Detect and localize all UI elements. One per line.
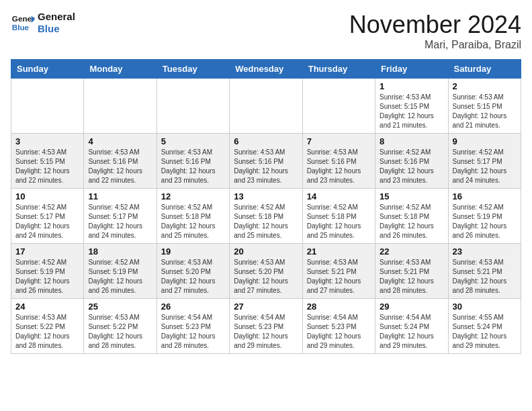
day-number: 19: [161, 246, 225, 257]
calendar-week-row: 10Sunrise: 4:52 AM Sunset: 5:17 PM Dayli…: [11, 189, 521, 244]
day-number: 26: [161, 302, 225, 312]
day-number: 24: [15, 302, 79, 312]
day-number: 17: [15, 246, 79, 257]
day-number: 29: [380, 302, 443, 312]
day-number: 9: [453, 136, 517, 146]
day-number: 20: [234, 246, 298, 257]
calendar-cell: 26Sunrise: 4:54 AM Sunset: 5:23 PM Dayli…: [157, 299, 229, 354]
calendar-cell: 4Sunrise: 4:53 AM Sunset: 5:16 PM Daylig…: [84, 134, 157, 189]
weekday-header-thursday: Thursday: [302, 60, 375, 79]
day-number: 22: [380, 246, 443, 257]
day-info: Sunrise: 4:52 AM Sunset: 5:18 PM Dayligh…: [307, 203, 371, 240]
logo-icon: General Blue: [11, 11, 35, 35]
day-number: 8: [380, 136, 443, 146]
calendar-cell: 8Sunrise: 4:52 AM Sunset: 5:16 PM Daylig…: [375, 134, 448, 189]
calendar-week-row: 1Sunrise: 4:53 AM Sunset: 5:15 PM Daylig…: [11, 79, 521, 134]
weekday-header-monday: Monday: [84, 60, 157, 79]
day-number: 4: [88, 136, 152, 146]
logo: General Blue General Blue: [11, 11, 75, 35]
day-info: Sunrise: 4:54 AM Sunset: 5:23 PM Dayligh…: [234, 313, 298, 351]
day-number: 10: [15, 191, 79, 201]
day-info: Sunrise: 4:52 AM Sunset: 5:17 PM Dayligh…: [88, 203, 152, 240]
day-info: Sunrise: 4:52 AM Sunset: 5:19 PM Dayligh…: [453, 203, 517, 240]
day-number: 14: [307, 191, 371, 201]
day-number: 16: [453, 191, 517, 201]
day-info: Sunrise: 4:53 AM Sunset: 5:16 PM Dayligh…: [88, 148, 152, 185]
calendar-cell: 25Sunrise: 4:53 AM Sunset: 5:22 PM Dayli…: [84, 299, 157, 354]
day-info: Sunrise: 4:53 AM Sunset: 5:21 PM Dayligh…: [453, 258, 517, 295]
calendar-cell: 19Sunrise: 4:53 AM Sunset: 5:20 PM Dayli…: [157, 244, 229, 299]
day-info: Sunrise: 4:53 AM Sunset: 5:16 PM Dayligh…: [161, 148, 225, 185]
calendar-cell: 29Sunrise: 4:54 AM Sunset: 5:24 PM Dayli…: [375, 299, 448, 354]
logo-text-line2: Blue: [38, 23, 75, 35]
calendar-cell: 6Sunrise: 4:53 AM Sunset: 5:16 PM Daylig…: [230, 134, 302, 189]
day-info: Sunrise: 4:52 AM Sunset: 5:18 PM Dayligh…: [380, 203, 443, 240]
day-number: 11: [88, 191, 152, 201]
calendar-cell: 10Sunrise: 4:52 AM Sunset: 5:17 PM Dayli…: [11, 189, 84, 244]
weekday-header-sunday: Sunday: [11, 60, 84, 79]
svg-text:Blue: Blue: [12, 23, 30, 32]
day-info: Sunrise: 4:53 AM Sunset: 5:15 PM Dayligh…: [380, 93, 443, 130]
day-info: Sunrise: 4:53 AM Sunset: 5:20 PM Dayligh…: [161, 258, 225, 295]
calendar-cell: 17Sunrise: 4:52 AM Sunset: 5:19 PM Dayli…: [11, 244, 84, 299]
calendar-cell: 23Sunrise: 4:53 AM Sunset: 5:21 PM Dayli…: [448, 244, 521, 299]
day-number: 21: [307, 246, 371, 257]
day-info: Sunrise: 4:54 AM Sunset: 5:23 PM Dayligh…: [161, 313, 225, 351]
calendar-cell: 28Sunrise: 4:54 AM Sunset: 5:23 PM Dayli…: [302, 299, 375, 354]
day-info: Sunrise: 4:53 AM Sunset: 5:21 PM Dayligh…: [380, 258, 443, 295]
day-number: 18: [88, 246, 152, 257]
calendar-cell: 14Sunrise: 4:52 AM Sunset: 5:18 PM Dayli…: [302, 189, 375, 244]
day-info: Sunrise: 4:53 AM Sunset: 5:20 PM Dayligh…: [234, 258, 298, 295]
day-info: Sunrise: 4:52 AM Sunset: 5:17 PM Dayligh…: [453, 148, 517, 185]
month-title: November 2024: [349, 11, 521, 39]
day-number: 13: [234, 191, 298, 201]
day-number: 5: [161, 136, 225, 146]
calendar-week-row: 17Sunrise: 4:52 AM Sunset: 5:19 PM Dayli…: [11, 244, 521, 299]
calendar-cell: 22Sunrise: 4:53 AM Sunset: 5:21 PM Dayli…: [375, 244, 448, 299]
day-number: 7: [307, 136, 371, 146]
calendar-cell: 1Sunrise: 4:53 AM Sunset: 5:15 PM Daylig…: [375, 79, 448, 134]
day-info: Sunrise: 4:53 AM Sunset: 5:21 PM Dayligh…: [307, 258, 371, 295]
day-info: Sunrise: 4:54 AM Sunset: 5:24 PM Dayligh…: [380, 313, 443, 351]
calendar-cell: 7Sunrise: 4:53 AM Sunset: 5:16 PM Daylig…: [302, 134, 375, 189]
day-number: 1: [380, 81, 443, 91]
day-number: 15: [380, 191, 443, 201]
day-info: Sunrise: 4:53 AM Sunset: 5:22 PM Dayligh…: [15, 313, 79, 351]
day-number: 25: [88, 302, 152, 312]
day-info: Sunrise: 4:55 AM Sunset: 5:24 PM Dayligh…: [453, 313, 517, 351]
day-info: Sunrise: 4:52 AM Sunset: 5:17 PM Dayligh…: [15, 203, 79, 240]
calendar-cell: 12Sunrise: 4:52 AM Sunset: 5:18 PM Dayli…: [157, 189, 229, 244]
calendar-cell: 27Sunrise: 4:54 AM Sunset: 5:23 PM Dayli…: [230, 299, 302, 354]
day-number: 3: [15, 136, 79, 146]
day-info: Sunrise: 4:53 AM Sunset: 5:16 PM Dayligh…: [307, 148, 371, 185]
day-info: Sunrise: 4:52 AM Sunset: 5:18 PM Dayligh…: [234, 203, 298, 240]
page-header: General Blue General Blue November 2024 …: [11, 11, 521, 51]
calendar-week-row: 24Sunrise: 4:53 AM Sunset: 5:22 PM Dayli…: [11, 299, 521, 354]
calendar-cell: [11, 79, 84, 134]
day-number: 28: [307, 302, 371, 312]
calendar-week-row: 3Sunrise: 4:53 AM Sunset: 5:15 PM Daylig…: [11, 134, 521, 189]
day-info: Sunrise: 4:52 AM Sunset: 5:16 PM Dayligh…: [380, 148, 443, 185]
calendar-cell: [84, 79, 157, 134]
weekday-header-wednesday: Wednesday: [230, 60, 302, 79]
calendar-cell: 11Sunrise: 4:52 AM Sunset: 5:17 PM Dayli…: [84, 189, 157, 244]
calendar-cell: 21Sunrise: 4:53 AM Sunset: 5:21 PM Dayli…: [302, 244, 375, 299]
calendar-cell: [230, 79, 302, 134]
day-info: Sunrise: 4:52 AM Sunset: 5:18 PM Dayligh…: [161, 203, 225, 240]
day-info: Sunrise: 4:53 AM Sunset: 5:15 PM Dayligh…: [15, 148, 79, 185]
calendar-cell: 30Sunrise: 4:55 AM Sunset: 5:24 PM Dayli…: [448, 299, 521, 354]
day-number: 23: [453, 246, 517, 257]
calendar-cell: 9Sunrise: 4:52 AM Sunset: 5:17 PM Daylig…: [448, 134, 521, 189]
day-info: Sunrise: 4:53 AM Sunset: 5:22 PM Dayligh…: [88, 313, 152, 351]
title-block: November 2024 Mari, Paraiba, Brazil: [349, 11, 521, 51]
logo-text-line1: General: [38, 11, 75, 23]
calendar-cell: 16Sunrise: 4:52 AM Sunset: 5:19 PM Dayli…: [448, 189, 521, 244]
day-info: Sunrise: 4:53 AM Sunset: 5:16 PM Dayligh…: [234, 148, 298, 185]
calendar-table: SundayMondayTuesdayWednesdayThursdayFrid…: [11, 59, 521, 354]
day-number: 30: [453, 302, 517, 312]
weekday-header-friday: Friday: [375, 60, 448, 79]
calendar-cell: 24Sunrise: 4:53 AM Sunset: 5:22 PM Dayli…: [11, 299, 84, 354]
calendar-cell: [157, 79, 229, 134]
day-info: Sunrise: 4:53 AM Sunset: 5:15 PM Dayligh…: [453, 93, 517, 130]
day-number: 2: [453, 81, 517, 91]
